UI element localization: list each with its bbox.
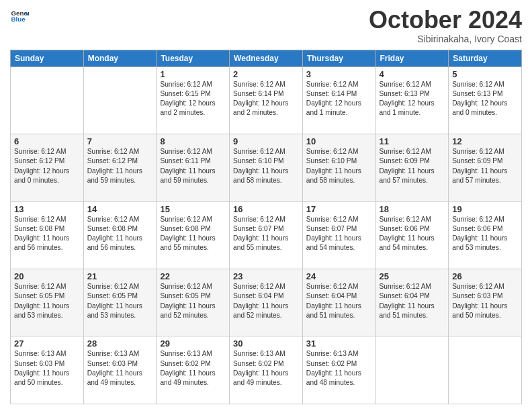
calendar-cell: 28Sunrise: 6:13 AM Sunset: 6:03 PM Dayli… (83, 336, 157, 404)
calendar-cell: 25Sunrise: 6:12 AM Sunset: 6:04 PM Dayli… (375, 269, 449, 336)
calendar-cell: 11Sunrise: 6:12 AM Sunset: 6:09 PM Dayli… (375, 134, 449, 201)
weekday-header-sunday: Sunday (11, 50, 84, 66)
day-number: 22 (160, 271, 226, 281)
svg-text:Blue: Blue (11, 15, 26, 23)
calendar-cell: 7Sunrise: 6:12 AM Sunset: 6:12 PM Daylig… (83, 134, 157, 201)
calendar-cell: 2Sunrise: 6:12 AM Sunset: 6:14 PM Daylig… (230, 66, 303, 134)
weekday-header-friday: Friday (375, 50, 449, 66)
calendar-cell (83, 66, 157, 134)
calendar-cell: 3Sunrise: 6:12 AM Sunset: 6:14 PM Daylig… (302, 66, 375, 134)
day-number: 29 (160, 338, 226, 349)
day-number: 10 (306, 136, 372, 146)
day-info: Sunrise: 6:12 AM Sunset: 6:04 PM Dayligh… (306, 282, 372, 320)
day-info: Sunrise: 6:12 AM Sunset: 6:10 PM Dayligh… (233, 147, 299, 185)
day-number: 20 (14, 271, 80, 281)
day-number: 4 (380, 69, 445, 79)
title-block: October 2024 Sibirinakaha, Ivory Coast (369, 7, 522, 44)
day-info: Sunrise: 6:12 AM Sunset: 6:11 PM Dayligh… (160, 147, 226, 185)
day-info: Sunrise: 6:12 AM Sunset: 6:13 PM Dayligh… (380, 80, 445, 118)
day-info: Sunrise: 6:12 AM Sunset: 6:08 PM Dayligh… (14, 215, 80, 253)
day-number: 21 (87, 271, 153, 281)
calendar-cell: 12Sunrise: 6:12 AM Sunset: 6:09 PM Dayli… (449, 134, 522, 201)
day-info: Sunrise: 6:12 AM Sunset: 6:07 PM Dayligh… (233, 215, 299, 253)
day-info: Sunrise: 6:12 AM Sunset: 6:12 PM Dayligh… (14, 147, 80, 185)
day-info: Sunrise: 6:13 AM Sunset: 6:02 PM Dayligh… (306, 349, 372, 387)
calendar-cell: 23Sunrise: 6:12 AM Sunset: 6:04 PM Dayli… (230, 269, 303, 336)
calendar-cell: 29Sunrise: 6:13 AM Sunset: 6:02 PM Dayli… (157, 336, 230, 404)
subtitle: Sibirinakaha, Ivory Coast (369, 34, 522, 44)
day-number: 2 (233, 69, 299, 79)
day-number: 7 (87, 136, 153, 146)
calendar-cell: 6Sunrise: 6:12 AM Sunset: 6:12 PM Daylig… (11, 134, 84, 201)
calendar-cell: 24Sunrise: 6:12 AM Sunset: 6:04 PM Dayli… (302, 269, 375, 336)
day-info: Sunrise: 6:12 AM Sunset: 6:09 PM Dayligh… (380, 147, 445, 185)
header: General Blue October 2024 Sibirinakaha, … (10, 7, 522, 44)
weekday-header-tuesday: Tuesday (157, 50, 230, 66)
calendar-week-row: 6Sunrise: 6:12 AM Sunset: 6:12 PM Daylig… (11, 134, 522, 201)
day-number: 13 (14, 204, 80, 214)
day-info: Sunrise: 6:12 AM Sunset: 6:05 PM Dayligh… (14, 282, 80, 320)
calendar-cell (449, 336, 522, 404)
day-number: 18 (380, 204, 445, 214)
calendar-cell: 1Sunrise: 6:12 AM Sunset: 6:15 PM Daylig… (157, 66, 230, 134)
day-number: 28 (87, 338, 153, 349)
day-number: 27 (14, 338, 80, 349)
calendar-week-row: 27Sunrise: 6:13 AM Sunset: 6:03 PM Dayli… (11, 336, 522, 404)
day-info: Sunrise: 6:12 AM Sunset: 6:06 PM Dayligh… (452, 215, 518, 253)
logo-icon: General Blue (10, 7, 29, 26)
day-number: 23 (233, 271, 299, 281)
calendar-cell: 8Sunrise: 6:12 AM Sunset: 6:11 PM Daylig… (157, 134, 230, 201)
calendar-cell: 26Sunrise: 6:12 AM Sunset: 6:03 PM Dayli… (449, 269, 522, 336)
day-info: Sunrise: 6:12 AM Sunset: 6:04 PM Dayligh… (233, 282, 299, 320)
day-number: 11 (380, 136, 445, 146)
calendar-cell: 17Sunrise: 6:12 AM Sunset: 6:07 PM Dayli… (302, 201, 375, 269)
day-info: Sunrise: 6:12 AM Sunset: 6:10 PM Dayligh… (306, 147, 372, 185)
calendar-cell: 5Sunrise: 6:12 AM Sunset: 6:13 PM Daylig… (449, 66, 522, 134)
calendar-cell: 21Sunrise: 6:12 AM Sunset: 6:05 PM Dayli… (83, 269, 157, 336)
day-info: Sunrise: 6:12 AM Sunset: 6:14 PM Dayligh… (306, 80, 372, 118)
day-info: Sunrise: 6:13 AM Sunset: 6:02 PM Dayligh… (160, 349, 226, 387)
calendar-week-row: 20Sunrise: 6:12 AM Sunset: 6:05 PM Dayli… (11, 269, 522, 336)
day-info: Sunrise: 6:13 AM Sunset: 6:03 PM Dayligh… (14, 349, 80, 387)
calendar-week-row: 13Sunrise: 6:12 AM Sunset: 6:08 PM Dayli… (11, 201, 522, 269)
day-number: 6 (14, 136, 80, 146)
weekday-header-monday: Monday (83, 50, 157, 66)
day-number: 9 (233, 136, 299, 146)
day-number: 26 (452, 271, 518, 281)
calendar-cell: 27Sunrise: 6:13 AM Sunset: 6:03 PM Dayli… (11, 336, 84, 404)
day-number: 3 (306, 69, 372, 79)
day-info: Sunrise: 6:12 AM Sunset: 6:12 PM Dayligh… (87, 147, 153, 185)
calendar-cell: 22Sunrise: 6:12 AM Sunset: 6:05 PM Dayli… (157, 269, 230, 336)
weekday-header-row: SundayMondayTuesdayWednesdayThursdayFrid… (11, 50, 522, 66)
day-number: 17 (306, 204, 372, 214)
day-number: 31 (306, 338, 372, 349)
calendar-cell: 10Sunrise: 6:12 AM Sunset: 6:10 PM Dayli… (302, 134, 375, 201)
calendar-cell: 15Sunrise: 6:12 AM Sunset: 6:08 PM Dayli… (157, 201, 230, 269)
day-number: 12 (452, 136, 518, 146)
calendar-cell: 20Sunrise: 6:12 AM Sunset: 6:05 PM Dayli… (11, 269, 84, 336)
day-info: Sunrise: 6:12 AM Sunset: 6:14 PM Dayligh… (233, 80, 299, 118)
day-info: Sunrise: 6:12 AM Sunset: 6:08 PM Dayligh… (87, 215, 153, 253)
calendar-cell: 4Sunrise: 6:12 AM Sunset: 6:13 PM Daylig… (375, 66, 449, 134)
day-info: Sunrise: 6:12 AM Sunset: 6:09 PM Dayligh… (452, 147, 518, 185)
day-number: 25 (380, 271, 445, 281)
calendar-cell: 30Sunrise: 6:13 AM Sunset: 6:02 PM Dayli… (230, 336, 303, 404)
calendar-cell: 14Sunrise: 6:12 AM Sunset: 6:08 PM Dayli… (83, 201, 157, 269)
day-info: Sunrise: 6:12 AM Sunset: 6:08 PM Dayligh… (160, 215, 226, 253)
calendar-cell (375, 336, 449, 404)
calendar-cell: 31Sunrise: 6:13 AM Sunset: 6:02 PM Dayli… (302, 336, 375, 404)
day-info: Sunrise: 6:12 AM Sunset: 6:13 PM Dayligh… (452, 80, 518, 118)
month-title: October 2024 (369, 7, 522, 34)
calendar-table: SundayMondayTuesdayWednesdayThursdayFrid… (10, 50, 522, 404)
logo: General Blue (10, 7, 29, 26)
day-info: Sunrise: 6:13 AM Sunset: 6:03 PM Dayligh… (87, 349, 153, 387)
day-info: Sunrise: 6:12 AM Sunset: 6:03 PM Dayligh… (452, 282, 518, 320)
calendar-week-row: 1Sunrise: 6:12 AM Sunset: 6:15 PM Daylig… (11, 66, 522, 134)
day-number: 15 (160, 204, 226, 214)
calendar-cell: 16Sunrise: 6:12 AM Sunset: 6:07 PM Dayli… (230, 201, 303, 269)
weekday-header-saturday: Saturday (449, 50, 522, 66)
calendar-cell: 9Sunrise: 6:12 AM Sunset: 6:10 PM Daylig… (230, 134, 303, 201)
day-number: 1 (160, 69, 226, 79)
day-number: 19 (452, 204, 518, 214)
day-number: 24 (306, 271, 372, 281)
